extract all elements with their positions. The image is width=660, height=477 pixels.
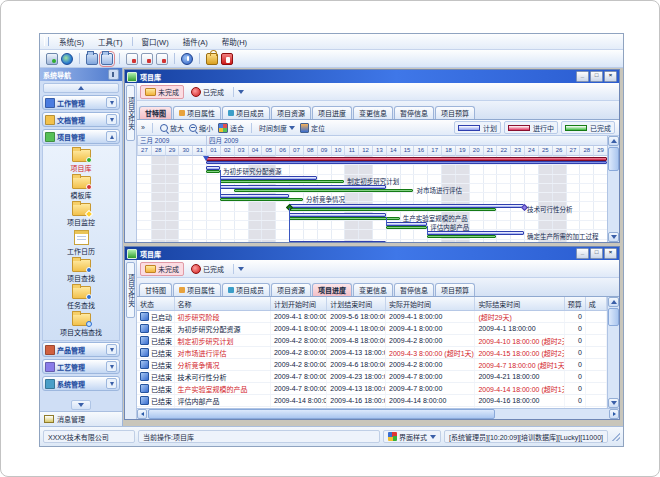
- table-row[interactable]: 已结束评估内部产品2009-4-14 8:00:002009-4-16 18:0…: [137, 395, 607, 407]
- menu-item-帮助(H)[interactable]: 帮助(H): [215, 35, 254, 48]
- scroll-down-button[interactable]: [608, 398, 619, 408]
- plan-bar[interactable]: [289, 241, 386, 242]
- column-header-实际结束时间[interactable]: 实际结束时间: [475, 297, 564, 310]
- column-header-预算[interactable]: 预算: [565, 297, 586, 310]
- actual-bar[interactable]: [289, 217, 400, 220]
- sidebar-group-产品管理[interactable]: 产品管理: [42, 342, 120, 357]
- fit-button[interactable]: 适合: [218, 123, 244, 133]
- tab-项目属性[interactable]: 项目属性: [173, 283, 221, 296]
- finished-filter-button[interactable]: 已完成: [186, 85, 229, 99]
- project-folders-side-tab[interactable]: 项目文件夹: [126, 262, 135, 318]
- tab-项目成员[interactable]: 项目成员: [222, 106, 270, 119]
- more-button[interactable]: »: [141, 124, 145, 131]
- sidebar-item-工作日历[interactable]: 工作日历: [67, 230, 95, 256]
- tab-项目进度[interactable]: 项目进度: [312, 106, 352, 119]
- sidebar-group-系统管理[interactable]: 系统管理: [42, 376, 120, 391]
- actual-bar[interactable]: [234, 189, 414, 192]
- zoom-out-button[interactable]: 缩小: [189, 123, 213, 133]
- tab-项目进度[interactable]: 项目进度: [312, 283, 352, 296]
- sidebar-item-模板库[interactable]: 模板库: [71, 176, 92, 200]
- gantt-vertical-scrollbar[interactable]: [607, 136, 619, 242]
- table-row[interactable]: 已结束制定初步研究计划2009-4-2 8:00:002009-4-8 18:0…: [137, 335, 607, 347]
- locate-button[interactable]: 定位: [300, 123, 325, 133]
- dropdown-chevron-icon[interactable]: [238, 267, 244, 271]
- tab-项目预算[interactable]: 项目预算: [435, 106, 475, 119]
- group-chevron-button[interactable]: [106, 114, 117, 125]
- group-chevron-button[interactable]: [106, 97, 117, 108]
- column-header-计划开始时间[interactable]: 计划开始时间: [271, 297, 327, 310]
- group-chevron-button[interactable]: [106, 378, 117, 389]
- plan-bar[interactable]: [220, 176, 317, 180]
- unfinished-filter-button[interactable]: 未完成: [140, 85, 184, 99]
- sidebar-group-文档管理[interactable]: 文档管理: [42, 112, 120, 127]
- tab-项目资源[interactable]: 项目资源: [271, 283, 311, 296]
- actual-bar[interactable]: [206, 170, 220, 173]
- sidebar-overflow-button[interactable]: [71, 400, 91, 410]
- table-row[interactable]: 已启动初步研究阶段2009-4-1 8:00:002009-5-6 18:00:…: [137, 311, 607, 323]
- sidebar-tab-messages[interactable]: 消息管理: [40, 411, 122, 426]
- tab-项目属性[interactable]: 项目属性: [173, 106, 221, 119]
- tab-项目预算[interactable]: 项目预算: [435, 283, 475, 296]
- column-header-状态[interactable]: 状态: [137, 297, 175, 310]
- sidebar-item-项目文档查找[interactable]: 项目文档查找: [60, 313, 102, 337]
- scroll-left-button[interactable]: [137, 409, 147, 419]
- tab-暂停信息[interactable]: 暂停信息: [394, 283, 434, 296]
- tab-项目成员[interactable]: 项目成员: [222, 283, 270, 296]
- scroll-up-button[interactable]: [608, 297, 619, 307]
- close-button[interactable]: ×: [604, 71, 617, 82]
- sidebar-item-项目库[interactable]: 项目库: [71, 149, 92, 173]
- column-header-成[interactable]: 成: [586, 297, 607, 310]
- folder-active-icon[interactable]: [101, 53, 113, 65]
- table-row[interactable]: 已结束分析竞争情况2009-4-2 8:00:002009-4-6 18:00:…: [137, 359, 607, 371]
- group-chevron-button[interactable]: [106, 131, 117, 142]
- column-header-实际开始时间[interactable]: 实际开始时间: [386, 297, 475, 310]
- sidebar-group-工作管理[interactable]: 工作管理: [42, 95, 120, 110]
- actual-bar[interactable]: [427, 235, 496, 238]
- maximize-button[interactable]: □: [590, 71, 603, 82]
- resize-grip[interactable]: [612, 433, 620, 441]
- column-header-计划结束时间[interactable]: 计划结束时间: [327, 297, 386, 310]
- scrollbar-thumb[interactable]: [608, 308, 619, 326]
- mail-get-icon[interactable]: [141, 53, 153, 65]
- group-chevron-button[interactable]: [106, 344, 117, 355]
- sidebar-group-项目管理[interactable]: 项目管理: [42, 129, 120, 144]
- sidebar-item-项目查找[interactable]: 项目查找: [67, 259, 95, 283]
- unfinished-filter-button[interactable]: 未完成: [140, 262, 184, 276]
- menu-item-插件(A)[interactable]: 插件(A): [176, 35, 215, 48]
- menu-item-系统(S)[interactable]: 系统(S): [52, 35, 91, 48]
- tab-项目资源[interactable]: 项目资源: [271, 106, 311, 119]
- table-row[interactable]: 已结束为初步研究分配资源2009-4-1 8:00:002009-4-1 18:…: [137, 323, 607, 335]
- actual-bar[interactable]: [220, 180, 344, 183]
- help-icon[interactable]: [181, 53, 193, 65]
- sidebar-group-工艺管理[interactable]: 工艺管理: [42, 359, 120, 374]
- gantt-panel-titlebar[interactable]: 项目库 _□×: [125, 70, 619, 83]
- lock-icon[interactable]: [206, 53, 218, 65]
- folder-icon[interactable]: [86, 53, 98, 65]
- pin-icon[interactable]: [108, 69, 119, 80]
- menu-item-工具(T)[interactable]: 工具(T): [91, 35, 130, 48]
- sidebar-collapse-button[interactable]: [43, 83, 119, 93]
- progress-panel-titlebar[interactable]: 项目库 _□×: [125, 247, 619, 260]
- finished-filter-button[interactable]: 已完成: [186, 262, 229, 276]
- tab-甘特图[interactable]: 甘特图: [139, 106, 172, 119]
- scrollbar-thumb[interactable]: [148, 409, 495, 419]
- column-header-名称[interactable]: 名称: [175, 297, 271, 310]
- dropdown-chevron-icon[interactable]: [238, 90, 244, 94]
- menu-item-窗口(W)[interactable]: 窗口(W): [135, 35, 176, 48]
- sidebar-item-项目监控[interactable]: 项目监控: [67, 203, 95, 227]
- globe-icon[interactable]: [61, 53, 73, 65]
- app-icon[interactable]: [46, 53, 58, 65]
- ui-style-dropdown[interactable]: 界面样式: [383, 430, 441, 443]
- zoom-in-button[interactable]: 放大: [160, 123, 184, 133]
- tab-暂停信息[interactable]: 暂停信息: [394, 106, 434, 119]
- table-row[interactable]: 已结束技术可行性分析2009-4-7 8:00:002009-4-23 18:0…: [137, 371, 607, 383]
- minimize-button[interactable]: _: [576, 248, 589, 259]
- table-horizontal-scrollbar[interactable]: [137, 408, 619, 419]
- tab-变更信息[interactable]: 变更信息: [353, 106, 393, 119]
- summary-plan-bar[interactable]: [206, 161, 607, 165]
- summary-progress-bar[interactable]: [206, 157, 607, 161]
- maximize-button[interactable]: □: [590, 248, 603, 259]
- tab-变更信息[interactable]: 变更信息: [353, 283, 393, 296]
- close-button[interactable]: ×: [604, 248, 617, 259]
- sidebar-item-任务查找[interactable]: 任务查找: [67, 286, 95, 310]
